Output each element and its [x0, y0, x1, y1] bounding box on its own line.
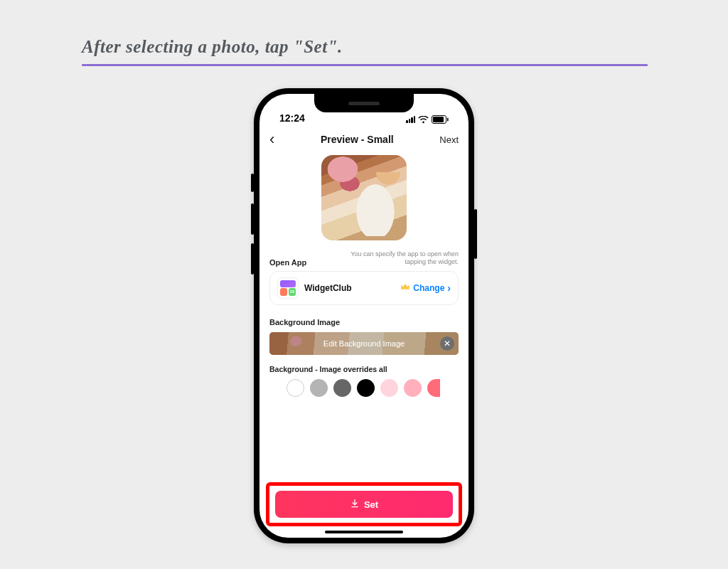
next-button[interactable]: Next	[439, 134, 459, 145]
instruction-text: After selecting a photo, tap "Set".	[82, 37, 648, 64]
swatch-pink-2[interactable]	[404, 379, 422, 397]
cellular-icon	[406, 116, 415, 123]
background-image-row[interactable]: Edit Background Image ✕	[269, 332, 459, 355]
back-button[interactable]: ‹	[269, 132, 274, 147]
open-app-header: Open App You can specify the app to open…	[259, 240, 469, 271]
nav-bar: ‹ Preview - Small Next	[259, 125, 469, 154]
instruction-underline	[82, 64, 648, 66]
status-right	[406, 115, 449, 124]
preview-row	[259, 154, 469, 240]
power-button	[474, 209, 477, 259]
open-app-label: Open App	[269, 258, 306, 267]
swatch-lightgray[interactable]	[310, 379, 328, 397]
svg-rect-1	[433, 117, 444, 122]
background-image-label: Background Image	[259, 305, 469, 332]
download-icon	[350, 499, 360, 511]
phone-screen: 12:24 ‹ Preview - Small Next	[259, 94, 469, 538]
svg-rect-2	[447, 118, 449, 122]
set-button-highlight: Set	[266, 482, 462, 526]
home-indicator[interactable]	[325, 531, 403, 533]
swatch-gray[interactable]	[333, 379, 351, 397]
edit-background-label: Edit Background Image	[323, 339, 405, 348]
change-label: Change	[413, 283, 444, 293]
volume-down	[251, 243, 254, 275]
volume-up	[251, 203, 254, 235]
swatch-coral[interactable]	[427, 379, 440, 397]
speaker-grille	[348, 102, 380, 105]
swatch-black[interactable]	[357, 379, 375, 397]
background-sub-label: Background - Image overrides all	[259, 355, 469, 379]
swatch-pink-1[interactable]	[380, 379, 398, 397]
color-swatches	[259, 379, 469, 397]
chevron-right-icon: ›	[447, 282, 451, 294]
open-app-help: You can specify the app to open when tap…	[338, 250, 459, 267]
wifi-icon	[418, 116, 429, 124]
clear-background-button[interactable]: ✕	[440, 336, 454, 351]
phone-frame: 12:24 ‹ Preview - Small Next	[254, 88, 474, 543]
set-button-label: Set	[364, 499, 378, 510]
mute-switch	[251, 174, 254, 192]
open-app-card[interactable]: WidgetClub Change ›	[269, 271, 459, 305]
set-button[interactable]: Set	[275, 491, 453, 518]
swatch-white[interactable]	[287, 379, 304, 397]
crown-icon	[400, 283, 410, 293]
app-icon	[277, 277, 299, 299]
widget-preview-image[interactable]	[321, 155, 407, 240]
change-button[interactable]: Change ›	[400, 282, 451, 294]
notch	[314, 94, 414, 112]
battery-icon	[432, 115, 449, 124]
app-name: WidgetClub	[304, 283, 395, 293]
phone-mockup: 12:24 ‹ Preview - Small Next	[254, 88, 474, 543]
status-time: 12:24	[279, 112, 305, 124]
nav-title: Preview - Small	[321, 134, 394, 145]
instruction-block: After selecting a photo, tap "Set".	[82, 37, 648, 66]
